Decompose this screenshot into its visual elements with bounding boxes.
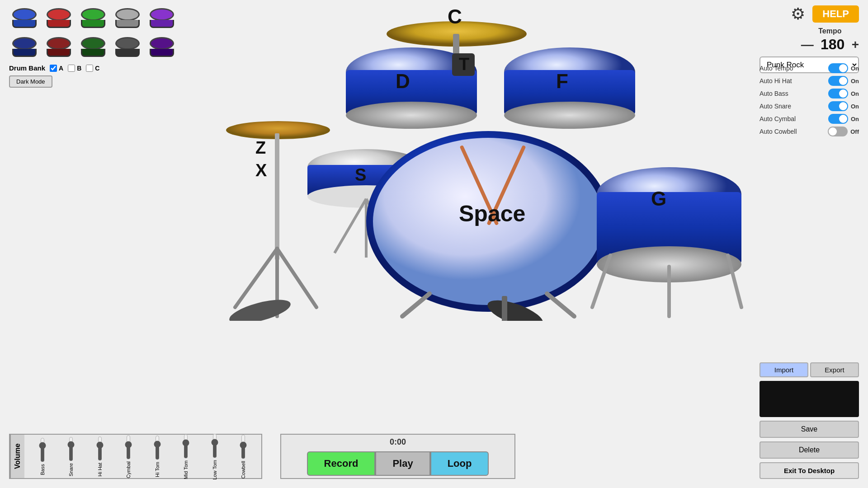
hihat-stand [275,133,279,260]
mixer-slider-cowbell[interactable] [241,434,245,459]
mixer-slider-hi-tom[interactable] [156,435,159,460]
auto-cymbal-row: Auto Cymbal On [760,114,859,124]
bank-a-label[interactable]: A [50,65,63,72]
volume-mixer: Volume Bass Snare Hi Hat Cymbal Hi Tom M… [9,434,262,479]
loop-button[interactable]: Loop [430,451,489,476]
delete-button[interactable]: Delete [760,441,859,459]
auto-hihat-toggle-container: On [828,76,859,86]
drum-bank-row: Drum Bank A B C [9,64,199,72]
auto-bass-label: Auto Bass [760,90,788,97]
drum-bank-label: Drum Bank [9,64,45,72]
tempo-decrease-button[interactable]: — [801,38,814,52]
auto-hihat-row: Auto Hi Hat On [760,76,859,86]
mixer-channel-hi-hat: Hi Hat [89,436,111,477]
bank-c-text: C [95,65,99,72]
label-Space: Space [459,201,525,226]
label-T: T [459,55,469,74]
record-button[interactable]: Record [307,451,376,476]
bank-b-label[interactable]: B [68,65,81,72]
auto-snare-toggle[interactable] [828,101,848,111]
mixer-slider-low-tom[interactable] [213,433,217,458]
auto-panel: Auto Tempo On Auto Hi Hat On Auto Bass O… [760,63,859,136]
mixer-slider-snare[interactable] [69,436,73,461]
auto-cowbell-label: Auto Cowbell [760,128,797,135]
auto-snare-row: Auto Snare On [760,101,859,111]
save-button[interactable]: Save [760,421,859,438]
time-display: 0:00 [390,437,406,447]
drum-color-3[interactable] [112,5,143,32]
record-controls: 0:00 Record Play Loop [280,434,515,479]
mixer-channel-label-2: Hi Hat [97,463,103,477]
auto-cymbal-toggle-container: On [828,114,859,124]
drum-color-0[interactable] [9,5,40,32]
auto-tempo-label: Auto Tempo [760,65,793,72]
tempo-section: Tempo — 180 + [801,27,859,53]
auto-tempo-toggle[interactable] [828,63,848,73]
drum-bank-section: Drum Bank A B C Dark Mode [9,5,199,88]
hihat-pedal[interactable] [227,295,293,321]
bank-b-text: B [77,65,81,72]
mixer-slider-hi-hat[interactable] [98,436,102,461]
bank-c-checkbox[interactable] [86,65,93,72]
bank-a-text: A [59,65,63,72]
drum-color-7[interactable] [78,33,108,61]
label-Z: Z [255,138,266,157]
label-D: D [396,70,410,92]
drum-color-1[interactable] [43,5,74,32]
bank-b-checkbox[interactable] [68,65,75,72]
mixer-channel-cymbal: Cymbal [118,435,139,478]
drum-color-9[interactable] [146,33,177,61]
drum-kit-svg: C T D F S Z X Space G [190,0,750,321]
mixer-channel-label-4: Hi Tom [155,462,160,477]
mixer-slider-bass[interactable] [41,437,44,462]
bank-c-label[interactable]: C [86,65,99,72]
auto-cowbell-state: Off [850,128,859,135]
export-button[interactable]: Export [810,362,859,377]
tempo-increase-button[interactable]: + [852,38,859,52]
mixer-channel-bass: Bass [32,437,53,475]
label-F: F [556,70,568,92]
settings-button[interactable]: ⚙ [791,5,805,23]
mixer-channel-low-tom: Low Tom [204,433,226,480]
record-buttons: Record Play Loop [307,451,489,476]
bass-leg-r [547,294,574,316]
auto-bass-toggle[interactable] [828,89,848,99]
mixer-channel-label-5: Mid Tom [183,460,189,479]
mixer-channel-cowbell: Cowbell [232,434,254,479]
mixer-channel-label-7: Cowbell [241,461,246,479]
auto-snare-toggle-container: On [828,101,859,111]
label-G: G [651,188,666,210]
exit-button[interactable]: Exit To Desktop [760,462,859,479]
mixer-slider-cymbal[interactable] [127,435,130,460]
bank-a-checkbox[interactable] [50,65,57,72]
save-section: Import Export Save Delete Exit To Deskto… [760,362,859,479]
auto-bass-toggle-container: On [828,89,859,99]
drum-color-4[interactable] [146,5,177,32]
auto-cowbell-toggle[interactable] [828,127,848,136]
drum-color-8[interactable] [112,33,143,61]
drum-color-6[interactable] [43,33,74,61]
auto-cymbal-toggle[interactable] [828,114,848,124]
kick-pedal-arm [502,296,507,321]
import-button[interactable]: Import [760,362,808,377]
hihat-leg2 [277,249,316,307]
auto-cymbal-label: Auto Cymbal [760,115,796,122]
help-button[interactable]: HELP [812,5,859,23]
label-S: S [355,165,366,184]
top-buttons-row: ⚙ HELP [791,5,859,23]
auto-cowbell-toggle-container: Off [828,127,859,136]
auto-hihat-toggle[interactable] [828,76,848,86]
tempo-value: 180 [819,36,846,53]
drum-kit-area: C T D F S Z X Space G [190,0,750,321]
dark-mode-button[interactable]: Dark Mode [9,75,52,88]
waveform-display [760,381,859,417]
mixer-channel-label-3: Cymbal [126,461,131,478]
tom-f-bottom [504,102,635,129]
drum-color-2[interactable] [78,5,108,32]
auto-cymbal-state: On [851,116,859,122]
drum-color-5[interactable] [9,33,40,61]
mixer-slider-mid-tom[interactable] [184,434,188,459]
auto-bass-row: Auto Bass On [760,89,859,99]
play-button[interactable]: Play [375,451,430,476]
auto-tempo-row: Auto Tempo On [760,63,859,73]
